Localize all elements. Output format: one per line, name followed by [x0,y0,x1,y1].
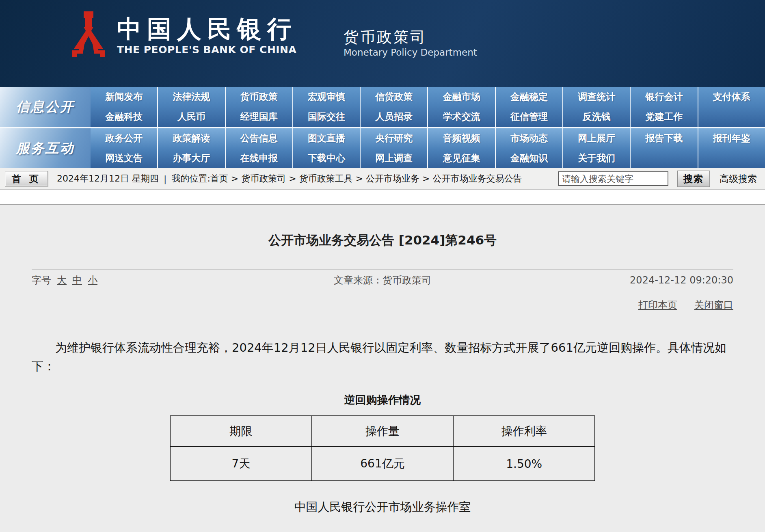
nav-item-online-declaration[interactable]: 在线申报 [225,148,292,168]
operation-table-title: 逆回购操作情况 [32,393,733,407]
breadcrumb-separator: | [163,174,167,184]
article-datetime: 2024-12-12 09:20:30 [507,275,733,286]
reverse-repo-table: 期限 操作量 操作利率 7天 661亿元 1.50% [170,415,595,481]
nav-item-international[interactable]: 国际交往 [292,107,360,127]
search-button[interactable]: 搜索 [677,171,710,187]
home-button[interactable]: 首 页 [5,171,48,186]
nav-item-treasury[interactable]: 经理国库 [225,107,292,127]
nav-item-credit-reporting[interactable]: 征信管理 [495,107,562,127]
nav-item-fintech[interactable]: 金融科技 [91,107,157,127]
site-header: 中国人民银行 THE PEOPLE'S BANK OF CHINA 货币政策司 … [0,0,765,87]
nav-item-rmb[interactable]: 人民币 [157,107,225,127]
article-source: 文章来源：货币政策司 [258,274,507,287]
breadcrumb: 2024年12月12日 星期四 | 我的位置:首页 > 货币政策司 > 货币政策… [57,173,522,185]
nav-section-label-info[interactable]: 信息公开 [0,87,91,127]
article-body: 为维护银行体系流动性合理充裕，2024年12月12日人民银行以固定利率、数量招标… [32,338,733,376]
nav-item-audio-video[interactable]: 音频视频 [427,128,495,148]
department-name-en: Monetary Policy Department [344,47,477,58]
nav-item-financial-market[interactable]: 金融市场 [427,87,495,107]
nav-item-monetary-policy[interactable]: 货币政策 [225,87,292,107]
nav-section-info-disclosure: 信息公开 新闻发布 法律法规 货币政策 宏观审慎 信贷政策 金融市场 金融稳定 … [0,87,765,127]
nav-item-payment-system[interactable]: 支付体系 [698,87,765,107]
cell-volume: 661亿元 [312,447,454,481]
nav-item-about-us[interactable]: 关于我们 [562,148,630,168]
nav-item-academic[interactable]: 学术交流 [427,107,495,127]
nav-item-policy-interpretation[interactable]: 政策解读 [157,128,225,148]
nav-item-market-trends[interactable]: 市场动态 [495,128,562,148]
font-size-large-link[interactable]: 大 [57,274,67,287]
nav-item-financial-knowledge[interactable]: 金融知识 [495,148,562,168]
nav-item-service-hall[interactable]: 办事大厅 [157,148,225,168]
nav-item-party-building[interactable]: 党建工作 [630,107,697,127]
nav-item-periodicals[interactable]: 报刊年鉴 [698,128,765,148]
col-header-rate: 操作利率 [453,416,595,447]
nav-item-download-center[interactable]: 下载中心 [292,148,360,168]
nav-item-credit-policy[interactable]: 信贷政策 [360,87,427,107]
nav-section-label-services[interactable]: 服务互动 [0,128,91,168]
main-navigation: 信息公开 新闻发布 法律法规 货币政策 宏观审慎 信贷政策 金融市场 金融稳定 … [0,87,765,168]
cell-term: 7天 [170,447,312,481]
table-header-row: 期限 操作量 操作利率 [170,416,595,447]
article-title: 公开市场业务交易公告 [2024]第246号 [32,205,733,248]
nav-item-online-survey[interactable]: 网上调查 [360,148,427,168]
nav-item-announcements[interactable]: 公告信息 [225,128,292,148]
bank-name-en: THE PEOPLE'S BANK OF CHINA [117,44,297,56]
nav-item-report-download[interactable]: 报告下载 [630,128,697,148]
font-size-medium-link[interactable]: 中 [72,274,82,287]
nav-item-online-exhibition[interactable]: 网上展厅 [562,128,630,148]
print-page-link[interactable]: 打印本页 [638,298,677,311]
nav-item-research[interactable]: 央行研究 [360,128,427,148]
nav-item-empty [698,148,765,168]
article-meta: 字号 大 中 小 文章来源：货币政策司 2024-12-12 09:20:30 [32,269,733,291]
breadcrumb-bar: 首 页 2024年12月12日 星期四 | 我的位置:首页 > 货币政策司 > … [0,168,765,190]
nav-item-live-broadcast[interactable]: 图文直播 [292,128,360,148]
nav-item-empty [698,107,765,127]
breadcrumb-path[interactable]: 我的位置:首页 > 货币政策司 > 货币政策工具 > 公开市场业务 > 公开市场… [171,173,522,185]
nav-item-solicit-opinions[interactable]: 意见征集 [427,148,495,168]
nav-item-empty [630,148,697,168]
signature-line: 中国人民银行公开市场业务操作室 [32,499,733,515]
nav-item-macroprudential[interactable]: 宏观审慎 [292,87,360,107]
nav-item-bank-accounting[interactable]: 银行会计 [630,87,697,107]
article-content: 公开市场业务交易公告 [2024]第246号 字号 大 中 小 文章来源：货币政… [0,204,765,532]
cell-rate: 1.50% [453,447,595,481]
department-name-zh: 货币政策司 [344,28,477,46]
font-size-label: 字号 [32,274,51,287]
page-actions: 打印本页 关闭窗口 [32,297,733,313]
col-header-volume: 操作量 [312,416,454,447]
col-header-term: 期限 [170,416,312,447]
nav-item-online-notices[interactable]: 网送文告 [91,148,157,168]
bank-name-zh: 中国人民银行 [117,15,297,42]
search-input[interactable] [558,171,668,186]
page-gap [0,190,765,204]
nav-section-services: 服务互动 政务公开 政策解读 公告信息 图文直播 央行研究 音频视频 市场动态 … [0,128,765,168]
nav-item-gov-disclosure[interactable]: 政务公开 [91,128,157,148]
nav-item-recruitment[interactable]: 人员招录 [360,107,427,127]
table-row: 7天 661亿元 1.50% [170,447,595,481]
nav-item-news[interactable]: 新闻发布 [91,87,157,107]
nav-item-survey-statistics[interactable]: 调查统计 [562,87,630,107]
close-window-link[interactable]: 关闭窗口 [694,298,733,311]
pboc-logo-icon [68,11,109,63]
nav-item-financial-stability[interactable]: 金融稳定 [495,87,562,107]
advanced-search-link[interactable]: 高级搜索 [720,173,757,185]
font-size-small-link[interactable]: 小 [88,274,97,287]
current-date: 2024年12月12日 星期四 [57,173,159,185]
nav-item-laws[interactable]: 法律法规 [157,87,225,107]
nav-item-anti-money-laundering[interactable]: 反洗钱 [562,107,630,127]
